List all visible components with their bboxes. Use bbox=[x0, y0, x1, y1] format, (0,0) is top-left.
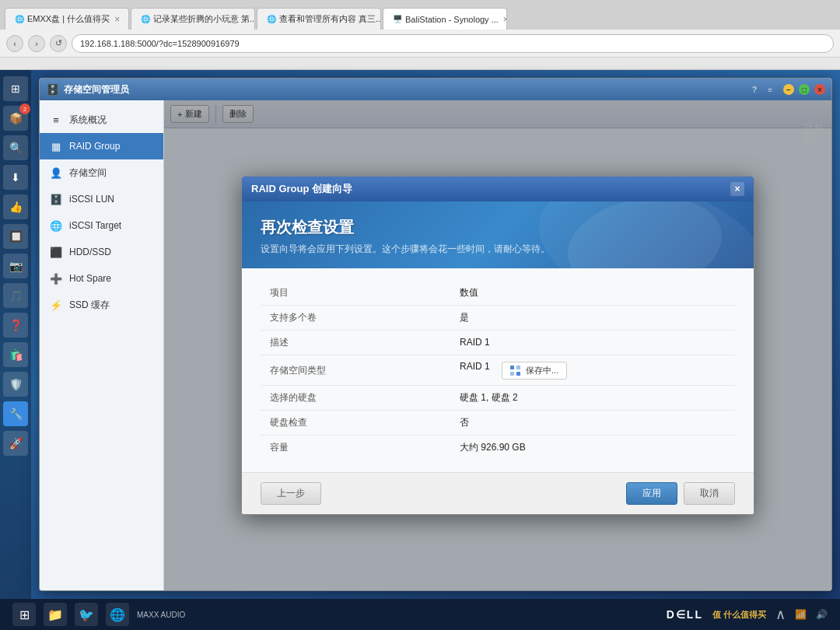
taskbar-icon-grid2[interactable]: 🔲 bbox=[3, 224, 28, 249]
tab-3[interactable]: 🌐 查看和管理所有内容 真三... × bbox=[257, 8, 381, 30]
saving-badge: 保存中... bbox=[502, 362, 567, 380]
tab-icon-2: 🌐 bbox=[141, 15, 150, 23]
wizard-subtitle: 设置向导将会应用下列设置。这个步骤将会花一些时间，请耐心等待。 bbox=[261, 243, 735, 256]
file-explorer-icon[interactable]: 📁 bbox=[44, 603, 67, 626]
sidebar-item-raid-group[interactable]: ▦ RAID Group bbox=[40, 133, 163, 159]
dsm-sidebar: ≡ 系统概况 ▦ RAID Group 👤 存储空间 🗄️ iSCSI LUN … bbox=[40, 100, 164, 590]
tab-icon-1: 🌐 bbox=[15, 15, 24, 23]
tab-4-active[interactable]: 🖥️ BaliStation - Synology ... × bbox=[383, 8, 507, 30]
reload-button[interactable]: ↺ bbox=[50, 35, 67, 52]
taskbar-icon-tools[interactable]: 🔧 bbox=[3, 401, 28, 426]
table-row: 存储空间类型 RAID 1 bbox=[261, 355, 735, 386]
wizard-main-title: 再次检查设置 bbox=[261, 217, 735, 238]
taskbar-icon-help[interactable]: ❓ bbox=[3, 313, 28, 338]
table-cell-label: 描述 bbox=[261, 330, 450, 355]
table-cell-value: 否 bbox=[450, 411, 735, 436]
sidebar-item-iscsi-target[interactable]: 🌐 iSCSI Target bbox=[40, 212, 163, 239]
dsm-window: 🗄️ 存储空间管理员 ? ≡ − □ × ≡ 系统概况 ▦ RAID Group bbox=[39, 78, 832, 591]
taskbar-icon-shop[interactable]: 🛍️ bbox=[3, 342, 28, 367]
wizard-close-button[interactable]: × bbox=[730, 182, 744, 196]
volume-icon[interactable]: 🔊 bbox=[816, 609, 828, 620]
table-cell-value: RAID 1 bbox=[450, 330, 735, 355]
wizard-dialog: RAID Group 创建向导 × 再次检查设置 设置向导将会应用下列设置。这个… bbox=[241, 176, 754, 516]
sidebar-item-iscsi-lun[interactable]: 🗄️ iSCSI LUN bbox=[40, 186, 163, 212]
dsm-titlebar: 🗄️ 存储空间管理员 ? ≡ − □ × bbox=[40, 79, 831, 100]
table-row: 描述 RAID 1 bbox=[261, 330, 735, 355]
wizard-settings-table: 项目 数值 支持多个卷 是 描述 RAID 1 bbox=[261, 281, 735, 460]
iscsi-lun-icon: 🗄️ bbox=[49, 192, 63, 206]
hdd-icon: ⬛ bbox=[49, 245, 63, 259]
saving-spinner bbox=[510, 366, 521, 376]
table-row: 支持多个卷 是 bbox=[261, 305, 735, 330]
browser-icon[interactable]: 🌐 bbox=[106, 603, 129, 626]
sidebar-item-ssd-cache[interactable]: ⚡ SSD 缓存 bbox=[40, 292, 163, 318]
saving-label: 保存中... bbox=[526, 365, 558, 376]
minimize-button[interactable]: − bbox=[783, 84, 794, 95]
tab-2[interactable]: 🌐 记录某些折腾的小玩意 第... × bbox=[131, 8, 255, 30]
table-row: 硬盘检查 否 bbox=[261, 411, 735, 436]
network-icon: 📶 bbox=[795, 609, 807, 620]
tab-1[interactable]: 🌐 EMXX盘 | 什么值得买 × bbox=[5, 8, 129, 30]
table-cell-label: 选择的硬盘 bbox=[261, 386, 450, 411]
tab-icon-3: 🌐 bbox=[267, 15, 276, 23]
taskbar-icon-download[interactable]: ⬇ bbox=[3, 165, 28, 190]
dsm-window-title: 存储空间管理员 bbox=[64, 83, 129, 96]
ssd-cache-icon: ⚡ bbox=[49, 298, 63, 312]
table-cell-label: 项目 bbox=[261, 281, 450, 306]
apply-button[interactable]: 应用 bbox=[626, 482, 677, 505]
sidebar-item-hot-spare[interactable]: ➕ Hot Spare bbox=[40, 265, 163, 292]
back-button[interactable]: 上一步 bbox=[261, 482, 321, 505]
taskbar-icon-browse[interactable]: 👍 bbox=[3, 194, 28, 219]
bottom-right-area: D∈LL 值 什么值得买 ∧ 📶 🔊 bbox=[667, 606, 828, 623]
table-cell-label: 容量 bbox=[261, 436, 450, 460]
back-button[interactable]: ‹ bbox=[6, 35, 23, 52]
notification-badge: 2 bbox=[19, 103, 30, 114]
menu-icon[interactable]: ≡ bbox=[768, 86, 772, 94]
maximize-button[interactable]: □ bbox=[799, 84, 810, 95]
watermark-text: 值 什么值得买 bbox=[712, 609, 766, 621]
wizard-header: 再次检查设置 设置向导将会应用下列设置。这个步骤将会花一些时间，请耐心等待。 bbox=[242, 201, 754, 268]
taskbar-icon-search[interactable]: 🔍 bbox=[3, 135, 28, 160]
table-cell-value: 数值 bbox=[450, 281, 735, 306]
table-cell-label: 硬盘检查 bbox=[261, 411, 450, 436]
footer-right-buttons: 应用 取消 bbox=[626, 482, 735, 505]
sidebar-item-hdd-ssd[interactable]: ⬛ HDD/SSD bbox=[40, 239, 163, 265]
sidebar-item-overview[interactable]: ≡ 系统概况 bbox=[40, 107, 163, 133]
table-cell-value: 是 bbox=[450, 305, 735, 330]
browser-tabs: 🌐 EMXX盘 | 什么值得买 × 🌐 记录某些折腾的小玩意 第... × 🌐 … bbox=[0, 0, 840, 30]
desktop-content: ⊞ 📦 2 🔍 ⬇ 👍 🔲 📷 🎵 ❓ 🛍️ 🛡️ 🔧 🚀 🗄️ 存储空间管理员… bbox=[0, 70, 840, 599]
close-button[interactable]: × bbox=[814, 84, 825, 95]
tab-close-1[interactable]: × bbox=[114, 14, 120, 25]
taskbar-icon-shield[interactable]: 🛡️ bbox=[3, 372, 28, 397]
cancel-button[interactable]: 取消 bbox=[684, 482, 735, 505]
tab-close-4[interactable]: × bbox=[503, 14, 507, 25]
iscsi-target-icon: 🌐 bbox=[49, 219, 63, 233]
taskbar-icon-camera[interactable]: 📷 bbox=[3, 254, 28, 278]
bottom-taskbar: ⊞ 📁 🐦 🌐 MAXX AUDIO D∈LL 值 什么值得买 ∧ 📶 🔊 bbox=[0, 599, 840, 630]
wizard-titlebar: RAID Group 创建向导 × bbox=[242, 177, 754, 201]
system-tray[interactable]: ∧ bbox=[775, 606, 786, 623]
brand-text: MAXX AUDIO bbox=[137, 611, 185, 619]
table-row: 项目 数值 bbox=[261, 281, 735, 306]
wizard-body: 项目 数值 支持多个卷 是 描述 RAID 1 bbox=[242, 268, 754, 473]
table-row: 容量 大约 926.90 GB bbox=[261, 436, 735, 460]
wizard-footer: 上一步 应用 取消 bbox=[242, 472, 754, 514]
address-input[interactable] bbox=[72, 34, 834, 53]
overview-icon: ≡ bbox=[49, 113, 63, 127]
twitter-icon[interactable]: 🐦 bbox=[75, 603, 98, 626]
table-cell-value: RAID 1 bbox=[450, 355, 735, 386]
sidebar-item-storage[interactable]: 👤 存储空间 bbox=[40, 159, 163, 186]
help-icon[interactable]: ? bbox=[752, 86, 757, 94]
table-cell-label: 支持多个卷 bbox=[261, 305, 450, 330]
taskbar-icon-music[interactable]: 🎵 bbox=[3, 283, 28, 308]
hot-spare-icon: ➕ bbox=[49, 271, 63, 285]
taskbar-icon-pkg[interactable]: 📦 2 bbox=[3, 106, 28, 131]
storage-icon: 👤 bbox=[49, 166, 63, 180]
start-icon[interactable]: ⊞ bbox=[12, 603, 36, 626]
left-taskbar: ⊞ 📦 2 🔍 ⬇ 👍 🔲 📷 🎵 ❓ 🛍️ 🛡️ 🔧 🚀 bbox=[0, 70, 31, 599]
taskbar-icon-rocket[interactable]: 🚀 bbox=[3, 431, 28, 456]
dsm-window-icon: 🗄️ bbox=[46, 83, 59, 96]
forward-button[interactable]: › bbox=[28, 35, 45, 52]
taskbar-icon-grid[interactable]: ⊞ bbox=[3, 76, 28, 101]
dell-brand: D∈LL bbox=[667, 608, 703, 621]
